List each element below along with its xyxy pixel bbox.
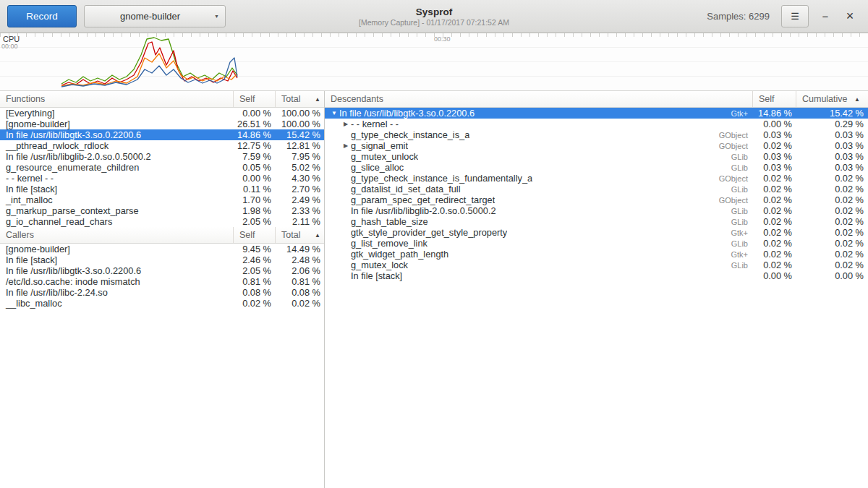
self-value: 0.02 %	[752, 227, 796, 238]
table-row[interactable]: __pthread_rwlock_rdlock12.75 %12.81 %	[0, 140, 324, 151]
cumulative-value: 0.03 %	[796, 129, 868, 140]
table-row[interactable]: - - kernel - -0.00 %4.30 %	[0, 173, 324, 184]
tree-row[interactable]: In file [stack]0.00 %0.00 %	[325, 270, 868, 281]
table-row[interactable]: [gnome-builder]26.51 %100.00 %	[0, 119, 324, 129]
cumulative-value: 0.02 %	[796, 194, 868, 205]
function-name: [gnome-builder]	[0, 244, 233, 254]
descendant-name: - - kernel - -	[351, 119, 399, 129]
tree-row[interactable]: gtk_style_provider_get_style_propertyGtk…	[325, 227, 868, 238]
library-badge: GObject	[719, 174, 752, 183]
table-row[interactable]: _int_malloc1.70 %2.49 %	[0, 194, 324, 205]
table-row[interactable]: In file [stack]2.46 %2.48 %	[0, 254, 324, 265]
tree-row[interactable]: ▶g_signal_emitGObject0.02 %0.03 %	[325, 140, 868, 151]
record-button[interactable]: Record	[7, 5, 77, 27]
table-row[interactable]: [Everything]0.00 %100.00 %	[0, 108, 324, 119]
expander-collapsed-icon[interactable]: ▶	[341, 121, 351, 127]
descendant-name: gtk_style_provider_get_style_property	[351, 227, 507, 238]
function-name: _int_malloc	[0, 194, 233, 205]
function-name: g_resource_enumerate_children	[0, 162, 233, 173]
descendant-name: In file /usr/lib/libgtk-3.so.0.2200.6	[339, 108, 475, 119]
descendants-self-column-header[interactable]: Self	[752, 91, 796, 107]
cumulative-value: 0.03 %	[796, 162, 868, 173]
descendant-name: g_signal_emit	[351, 140, 408, 151]
self-value: 0.02 %	[752, 260, 796, 270]
library-badge: Gtk+	[731, 228, 752, 237]
table-row[interactable]: g_markup_parse_context_parse1.98 %2.33 %	[0, 205, 324, 216]
functions-column-header[interactable]: Functions	[0, 91, 233, 107]
hamburger-menu-button[interactable]: ☰	[781, 5, 809, 27]
close-button[interactable]: ×	[839, 6, 861, 27]
callers-column-header[interactable]: Callers	[0, 227, 233, 243]
descendant-name: g_type_check_instance_is_fundamentally_a	[351, 173, 532, 184]
library-badge: GObject	[719, 142, 752, 150]
total-value: 100.00 %	[275, 119, 324, 129]
descendant-name: g_datalist_id_set_data_full	[351, 184, 461, 194]
tree-row[interactable]: gtk_widget_path_lengthGtk+0.02 %0.02 %	[325, 249, 868, 260]
self-value: 0.02 %	[752, 238, 796, 249]
app-title: Sysprof	[416, 7, 452, 18]
self-value: 7.59 %	[233, 151, 275, 162]
self-value: 2.05 %	[233, 265, 275, 276]
cumulative-value: 0.00 %	[796, 270, 868, 281]
window-title: Sysprof [Memory Capture] - 01/17/2017 07…	[217, 0, 651, 33]
tree-row[interactable]: g_type_check_instance_is_aGObject0.03 %0…	[325, 129, 868, 140]
minimize-button[interactable]: −	[814, 6, 836, 27]
tree-row[interactable]: ▼In file /usr/lib/libgtk-3.so.0.2200.6Gt…	[325, 108, 868, 119]
descendant-name: In file [stack]	[351, 270, 402, 281]
functions-self-column-header[interactable]: Self	[233, 91, 275, 107]
tree-row[interactable]: g_mutex_lockGLib0.02 %0.02 %	[325, 260, 868, 270]
chevron-down-icon: ▼	[214, 14, 219, 19]
function-name: __libc_malloc	[0, 298, 233, 309]
table-row[interactable]: g_io_channel_read_chars2.05 %2.11 %	[0, 216, 324, 227]
table-row[interactable]: g_resource_enumerate_children0.05 %5.02 …	[0, 162, 324, 173]
library-badge: GObject	[719, 196, 752, 205]
callers-table: [gnome-builder]9.45 %14.49 %In file [sta…	[0, 244, 324, 309]
table-row[interactable]: In file /usr/lib/libc-2.24.so0.08 %0.08 …	[0, 287, 324, 298]
function-name: /etc/ld.so.cache: inode mismatch	[0, 276, 233, 287]
table-row[interactable]: In file /usr/lib/libgtk-3.so.0.2200.62.0…	[0, 265, 324, 276]
table-row[interactable]: In file /usr/lib/libgtk-3.so.0.2200.614.…	[0, 129, 324, 140]
self-value: 0.11 %	[233, 184, 275, 194]
function-name: __pthread_rwlock_rdlock	[0, 140, 233, 151]
right-pane: Descendants Self Cumulative ▲ ▼In file /…	[325, 91, 868, 488]
tree-row[interactable]: g_mutex_unlockGLib0.03 %0.03 %	[325, 151, 868, 162]
table-row[interactable]: __libc_malloc0.02 %0.02 %	[0, 298, 324, 309]
self-value: 0.02 %	[752, 205, 796, 216]
expander-expanded-icon[interactable]: ▼	[329, 110, 339, 116]
callers-header: Callers Self Total ▲	[0, 227, 324, 244]
sort-indicator-icon: ▲	[315, 232, 324, 239]
cumulative-value: 0.02 %	[796, 238, 868, 249]
self-value: 0.08 %	[233, 287, 275, 298]
tree-row[interactable]: g_hash_table_sizeGLib0.02 %0.02 %	[325, 216, 868, 227]
tree-row[interactable]: In file /usr/lib/libglib-2.0.so.0.5000.2…	[325, 205, 868, 216]
self-value: 0.03 %	[752, 151, 796, 162]
tree-row[interactable]: g_list_remove_linkGLib0.02 %0.02 %	[325, 238, 868, 249]
tree-row[interactable]: ▶- - kernel - -0.00 %0.29 %	[325, 119, 868, 129]
descendants-column-header[interactable]: Descendants	[325, 91, 752, 107]
callers-self-column-header[interactable]: Self	[233, 227, 275, 243]
functions-total-column-header[interactable]: Total ▲	[275, 91, 324, 107]
cumulative-value: 0.02 %	[796, 216, 868, 227]
callers-total-column-header[interactable]: Total ▲	[275, 227, 324, 243]
descendants-cumulative-column-header[interactable]: Cumulative ▲	[796, 91, 868, 107]
table-row[interactable]: /etc/ld.so.cache: inode mismatch0.81 %0.…	[0, 276, 324, 287]
cpu-graph[interactable]: CPU 00:00 00:30	[0, 33, 868, 90]
cumulative-value: 0.02 %	[796, 205, 868, 216]
cumulative-value: 0.29 %	[796, 119, 868, 129]
tree-row[interactable]: g_type_check_instance_is_fundamentally_a…	[325, 173, 868, 184]
tree-row[interactable]: g_param_spec_get_redirect_targetGObject0…	[325, 194, 868, 205]
left-pane: Functions Self Total ▲ [Everything]0.00 …	[0, 91, 324, 488]
descendant-name: g_hash_table_size	[351, 216, 428, 227]
expander-collapsed-icon[interactable]: ▶	[341, 142, 351, 149]
tree-row[interactable]: g_slice_allocGLib0.03 %0.03 %	[325, 162, 868, 173]
library-badge: GLib	[731, 261, 752, 270]
target-selector-dropdown[interactable]: gnome-builder ▼	[84, 5, 226, 27]
self-value: 0.05 %	[233, 162, 275, 173]
functions-header: Functions Self Total ▲	[0, 91, 324, 108]
self-value: 14.86 %	[752, 108, 796, 119]
table-row[interactable]: In file [stack]0.11 %2.70 %	[0, 184, 324, 194]
tree-row[interactable]: g_datalist_id_set_data_fullGLib0.02 %0.0…	[325, 184, 868, 194]
callers-total-label: Total	[281, 230, 300, 240]
table-row[interactable]: [gnome-builder]9.45 %14.49 %	[0, 244, 324, 254]
table-row[interactable]: In file /usr/lib/libglib-2.0.so.0.5000.2…	[0, 151, 324, 162]
